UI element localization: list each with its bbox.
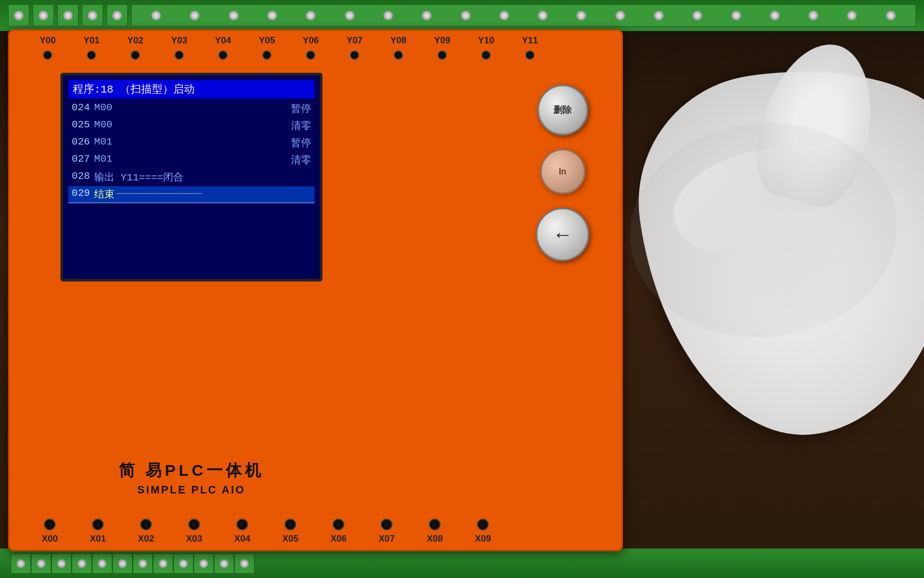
- brand-chinese: 简 易PLC一体机: [60, 460, 322, 482]
- screw: [190, 11, 199, 20]
- screw: [138, 559, 147, 568]
- lcd-row-024-content: M00: [94, 102, 112, 116]
- y10-label: Y10: [478, 35, 494, 46]
- x-input-row: X00 X01 X02 X03 X04 X05 X06 X07: [26, 504, 616, 544]
- lcd-row-028-content: 输出 Y11====闭合: [94, 170, 183, 184]
- terminal-block: [8, 4, 29, 27]
- x09-label: X09: [475, 534, 491, 544]
- x07-led: [381, 519, 392, 530]
- screw: [499, 11, 509, 20]
- screw: [576, 11, 586, 20]
- input-button[interactable]: In: [540, 149, 586, 194]
- plc-body: Y00 Y01 Y02 Y03 Y04 Y05 Y06 Y07: [8, 29, 623, 551]
- x04-label: X04: [234, 534, 250, 544]
- bottom-terminal-strip: [0, 549, 924, 578]
- x02-led: [140, 519, 152, 530]
- y-output-row: Y00 Y01 Y02 Y03 Y04 Y05 Y06 Y07: [26, 35, 616, 67]
- screw: [112, 11, 122, 20]
- back-button[interactable]: ←: [536, 208, 589, 261]
- y-output-y03: Y03: [157, 35, 201, 60]
- brand-english: SIMPLE PLC AIO: [60, 484, 322, 496]
- screw: [199, 559, 208, 568]
- top-terminal-strip: [0, 0, 924, 31]
- delete-button-label: 删除: [553, 104, 572, 116]
- terminal-block: [11, 553, 31, 574]
- screw: [345, 11, 355, 20]
- terminal-row: [131, 4, 916, 27]
- screw: [38, 11, 48, 20]
- terminal-block: [33, 4, 54, 27]
- x04-led: [236, 519, 248, 530]
- screw: [63, 11, 73, 20]
- x00-led: [44, 519, 56, 530]
- x05-led: [284, 519, 296, 530]
- y03-led: [174, 50, 184, 60]
- screw: [151, 11, 161, 20]
- y07-label: Y07: [346, 35, 363, 46]
- y06-led: [306, 50, 315, 60]
- y00-led: [43, 50, 52, 60]
- terminal-block: [234, 553, 255, 574]
- terminal-block: [133, 553, 153, 574]
- y-output-y02: Y02: [113, 35, 157, 60]
- y11-label: Y11: [522, 35, 538, 46]
- x03-led: [188, 519, 200, 530]
- y04-label: Y04: [215, 35, 231, 46]
- lcd-row-027-num: 027: [72, 153, 94, 167]
- y09-led: [437, 50, 447, 60]
- lcd-row-029: 029 结束 ——————————————: [68, 186, 314, 203]
- terminal-block: [82, 4, 103, 27]
- y02-led: [130, 50, 140, 60]
- x-input-x02: X02: [122, 519, 170, 544]
- screw: [118, 559, 127, 568]
- x06-label: X06: [330, 534, 346, 544]
- screw: [88, 11, 97, 20]
- terminal-block: [57, 4, 79, 27]
- x08-led: [429, 519, 441, 530]
- screw: [14, 11, 24, 20]
- x09-led: [477, 519, 489, 530]
- x-input-x01: X01: [74, 519, 122, 544]
- lcd-row-025: 025 M00 清零: [68, 118, 314, 134]
- screw: [57, 559, 66, 568]
- lcd-row-029-num: 029: [72, 187, 94, 201]
- y00-label: Y00: [40, 35, 56, 46]
- y-output-y04: Y04: [201, 35, 245, 60]
- delete-button[interactable]: 删除: [537, 85, 588, 135]
- screw: [229, 11, 238, 20]
- terminal-block: [194, 553, 214, 574]
- y-output-y01: Y01: [70, 35, 113, 60]
- terminal-block: [214, 553, 234, 574]
- screw: [220, 559, 228, 568]
- y08-label: Y08: [390, 35, 406, 46]
- screw: [654, 11, 664, 20]
- lcd-row-027-suffix: 清零: [291, 153, 311, 167]
- lcd-row-027: 027 M01 清零: [68, 152, 314, 168]
- screw: [538, 11, 548, 20]
- terminal-block: [112, 553, 133, 574]
- x03-label: X03: [186, 534, 202, 544]
- x00-label: X00: [42, 534, 58, 544]
- lcd-row-028: 028 输出 Y11====闭合: [68, 169, 314, 185]
- x01-led: [92, 519, 104, 530]
- terminal-block: [31, 553, 51, 574]
- y01-led: [87, 50, 96, 60]
- screw: [306, 11, 315, 20]
- screw: [808, 11, 818, 20]
- y04-led: [218, 50, 228, 60]
- x07-label: X07: [379, 534, 395, 544]
- lcd-row-026-content: M01: [94, 136, 112, 150]
- y-output-y11: Y11: [508, 35, 552, 60]
- x06-led: [333, 519, 344, 530]
- screw: [847, 11, 857, 20]
- screw: [179, 559, 188, 568]
- y06-label: Y06: [303, 35, 319, 46]
- lcd-row-026-num: 026: [72, 136, 94, 150]
- lcd-row-029-content: 结束: [94, 187, 114, 201]
- screw: [692, 11, 702, 20]
- lcd-row-026-suffix: 暂停: [291, 136, 311, 150]
- x02-label: X02: [138, 534, 154, 544]
- x-input-x00: X00: [26, 519, 74, 544]
- screw: [422, 11, 432, 20]
- y08-led: [394, 50, 403, 60]
